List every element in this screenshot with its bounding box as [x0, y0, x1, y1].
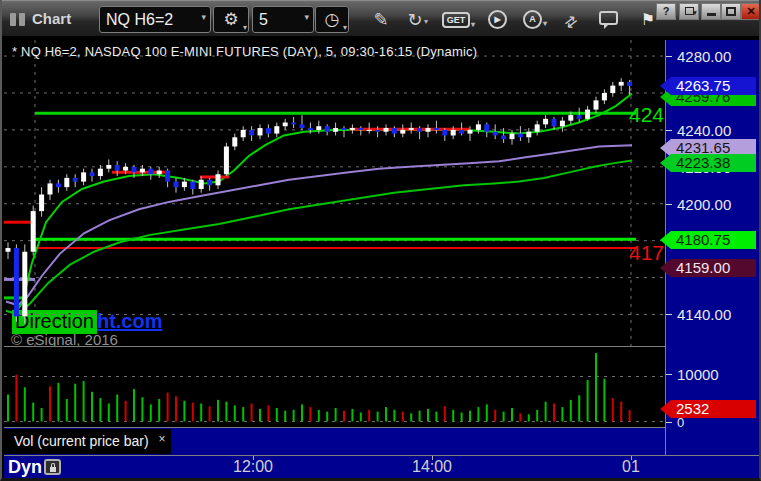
- volume-tab-label: Vol (current price bar): [14, 433, 149, 449]
- green-line-label: 424: [629, 103, 664, 127]
- last-price-tag: 4263.75: [660, 77, 756, 95]
- study-tab-row: Vol (current price bar) ×: [4, 428, 665, 455]
- chevron-down-icon: ▾: [424, 11, 428, 33]
- interval-combobox[interactable]: 5 ▾: [252, 6, 314, 33]
- time-tick-label: 01: [622, 458, 640, 476]
- chart-window-icon: [10, 13, 28, 26]
- popout-window-button[interactable]: [679, 3, 699, 20]
- axis-tick-label: 4280.00: [666, 48, 760, 66]
- chevron-down-icon: ▾: [471, 19, 475, 31]
- refresh-button[interactable]: ↻▾: [402, 9, 428, 31]
- hline-green-tag: 4180.75: [660, 231, 756, 249]
- comment-button[interactable]: [599, 11, 618, 25]
- time-axis-bar[interactable]: Dyn 12:0014:0001: [4, 455, 759, 478]
- interval-value: 5: [259, 11, 268, 28]
- play-icon: ▶: [494, 15, 500, 24]
- volume-study-tab[interactable]: Vol (current price bar) ×: [4, 429, 171, 454]
- chart-window: Chart NQ H6=2 ▾ ⚙ ▾ 5 ▾ ◷ ▾ ✎ ↻▾ GET▾ ▶ …: [0, 0, 761, 481]
- flag-icon: ⚑: [641, 11, 655, 28]
- chart-header: * NQ H6=2, NASDAQ 100 E-MINI FUTURES (DA…: [12, 44, 477, 59]
- dynamic-mode-label: Dyn: [8, 457, 42, 478]
- ma-lower-tag: 4223.38: [660, 154, 756, 172]
- draw-tool-button[interactable]: ✎: [368, 9, 394, 31]
- axis-tick-label: 4140.00: [666, 306, 760, 324]
- red-line-label: 417: [629, 241, 664, 265]
- auto-mode-button[interactable]: A▾: [523, 10, 542, 29]
- get-icon: GET: [447, 15, 466, 25]
- axis-tick-label: 10000: [666, 366, 760, 384]
- chevron-down-icon[interactable]: ▾: [304, 5, 309, 30]
- close-icon: ✕: [746, 5, 755, 17]
- chevron-down-icon[interactable]: ▾: [201, 5, 206, 30]
- refresh-icon: ↻: [407, 10, 422, 30]
- price-axis[interactable]: 4280.004240.004220.004200.004140.004259.…: [665, 40, 759, 455]
- play-button[interactable]: ▶: [488, 10, 507, 29]
- axis-tick-label: 4200.00: [666, 196, 760, 214]
- volume-pane[interactable]: [4, 346, 665, 428]
- close-button[interactable]: ✕: [741, 3, 761, 20]
- chevron-down-icon: ▾: [543, 16, 547, 31]
- help-button[interactable]: ?: [656, 3, 676, 20]
- auto-a-icon: A: [529, 14, 536, 24]
- swap-icon: ⇄: [560, 11, 580, 32]
- lock-button[interactable]: [44, 459, 61, 475]
- time-template-button[interactable]: ◷ ▾: [315, 6, 349, 33]
- help-label: ?: [663, 5, 670, 17]
- time-tick-label: 12:00: [233, 458, 273, 476]
- symbol-combobox[interactable]: NQ H6=2 ▾: [99, 6, 211, 33]
- level-4159-tag: 4159.00: [660, 259, 756, 277]
- chevron-down-icon: ▾: [243, 23, 247, 32]
- swap-symbols-button[interactable]: ⇄: [554, 5, 588, 38]
- current-volume-tag: 2532: [660, 400, 756, 418]
- close-study-icon[interactable]: ×: [159, 427, 166, 451]
- popout-icon: [685, 7, 694, 15]
- symbol-value: NQ H6=2: [106, 11, 173, 28]
- time-tick-label: 14:00: [412, 458, 452, 476]
- toolbar: Chart NQ H6=2 ▾ ⚙ ▾ 5 ▾ ◷ ▾ ✎ ↻▾ GET▾ ▶ …: [2, 0, 759, 38]
- window-title: Chart: [32, 10, 71, 27]
- minimize-icon: [707, 13, 716, 16]
- price-chart-pane[interactable]: * NQ H6=2, NASDAQ 100 E-MINI FUTURES (DA…: [4, 40, 665, 346]
- gear-icon: ⚙: [223, 10, 238, 29]
- get-data-button[interactable]: GET▾: [442, 12, 470, 28]
- minimize-button[interactable]: [701, 3, 721, 20]
- clock-icon: ◷: [325, 10, 340, 29]
- chart-settings-button[interactable]: ⚙ ▾: [213, 6, 249, 33]
- pencil-icon: ✎: [373, 10, 388, 30]
- maximize-icon: [726, 7, 736, 16]
- maximize-button[interactable]: [721, 3, 741, 20]
- chevron-down-icon: ▾: [343, 23, 347, 32]
- axis-tick-label: 4240.00: [666, 122, 760, 140]
